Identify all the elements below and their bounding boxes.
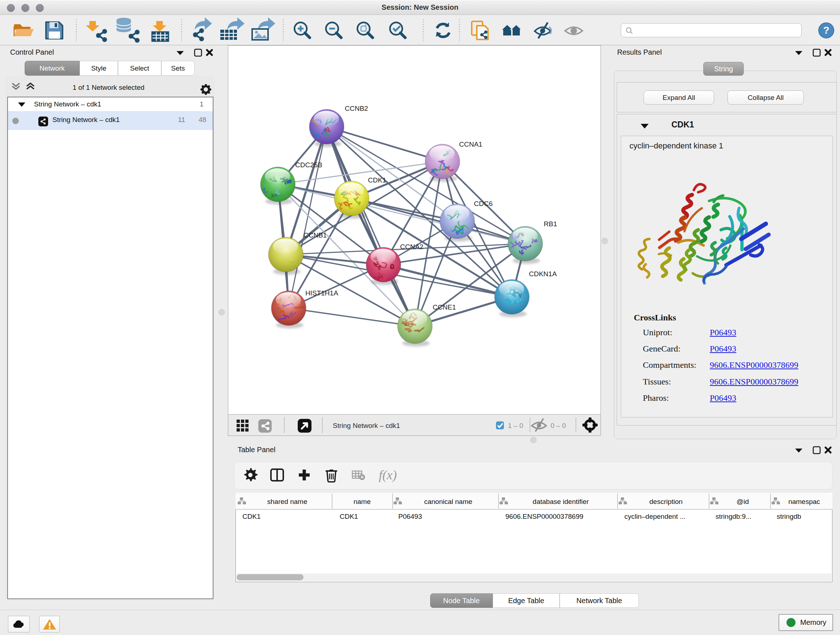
svg-text:database identifier: database identifier [532,498,589,505]
svg-text:CDC25B: CDC25B [295,161,322,169]
svg-text:f(x): f(x) [379,468,397,482]
svg-text:CDK1: CDK1 [340,513,358,520]
svg-text:CDK1: CDK1 [242,513,261,520]
svg-text:?: ? [823,25,829,36]
svg-text:cyclin–dependent ...: cyclin–dependent ... [624,513,685,520]
svg-text:9606.ENSP00000378699: 9606.ENSP00000378699 [505,513,584,520]
svg-text:P06493: P06493 [398,513,422,520]
svg-text:CCNB2: CCNB2 [345,105,368,112]
svg-text:CDK1: CDK1 [368,176,386,184]
svg-text:CCNA1: CCNA1 [459,141,482,148]
svg-text:CDC6: CDC6 [474,200,493,207]
svg-text:CCNE1: CCNE1 [433,303,456,311]
svg-text:CCNA2: CCNA2 [400,243,423,250]
svg-text:description: description [649,498,683,505]
svg-text:name: name [354,498,371,505]
svg-text:CDKN1A: CDKN1A [529,270,557,278]
svg-text:shared name: shared name [267,498,308,505]
svg-text:namespac: namespac [788,498,820,505]
svg-text:stringdb:9...: stringdb:9... [715,513,752,520]
svg-text:RB1: RB1 [544,220,557,228]
svg-text:CCNB1: CCNB1 [303,231,327,239]
svg-text:stringdb: stringdb [777,513,801,520]
svg-text:@id: @id [737,498,749,505]
svg-text:canonical name: canonical name [424,498,472,505]
svg-text:HIST1H1A: HIST1H1A [305,289,338,297]
